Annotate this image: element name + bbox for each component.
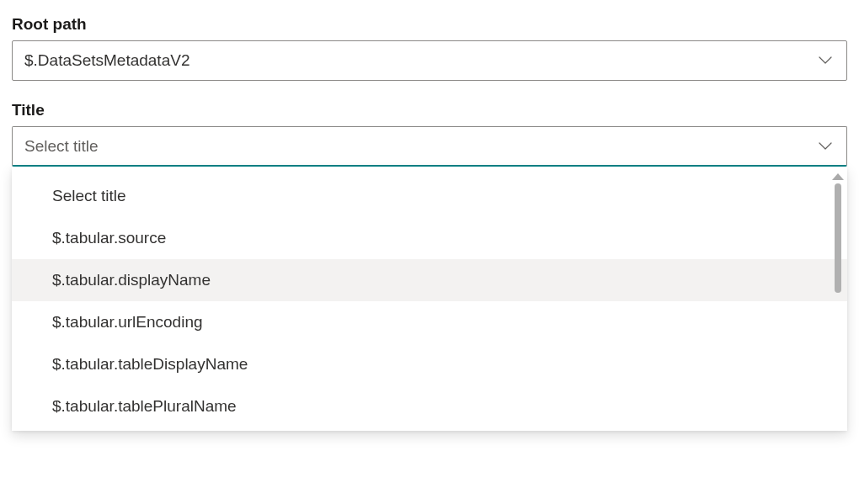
scroll-thumb[interactable] <box>835 183 841 293</box>
scrollbar[interactable] <box>832 173 844 424</box>
title-option[interactable]: $.tabular.displayName <box>12 259 847 301</box>
title-label: Title <box>12 101 847 119</box>
title-dropdown: Select title$.tabular.source$.tabular.di… <box>12 167 847 431</box>
title-placeholder: Select title <box>24 137 816 156</box>
chevron-down-icon <box>816 137 835 156</box>
root-path-select[interactable]: $.DataSetsMetadataV2 <box>12 40 847 81</box>
title-option[interactable]: $.tabular.urlEncoding <box>12 301 847 343</box>
title-field: Title Select title Select title$.tabular… <box>12 101 847 167</box>
root-path-field: Root path $.DataSetsMetadataV2 <box>12 15 847 81</box>
title-select[interactable]: Select title <box>12 126 847 167</box>
title-select-wrapper: Select title Select title$.tabular.sourc… <box>12 126 847 167</box>
title-option[interactable]: $.tabular.tablePluralName <box>12 385 847 427</box>
chevron-down-icon <box>816 51 835 70</box>
title-option[interactable]: $.tabular.tableDisplayName <box>12 343 847 385</box>
root-path-select-wrapper: $.DataSetsMetadataV2 <box>12 40 847 81</box>
title-option[interactable]: Select title <box>12 175 847 217</box>
title-dropdown-scroll: Select title$.tabular.source$.tabular.di… <box>12 175 847 427</box>
title-option[interactable]: $.tabular.source <box>12 217 847 259</box>
root-path-value: $.DataSetsMetadataV2 <box>24 51 816 70</box>
scroll-up-arrow-icon <box>832 173 844 180</box>
root-path-label: Root path <box>12 15 847 34</box>
